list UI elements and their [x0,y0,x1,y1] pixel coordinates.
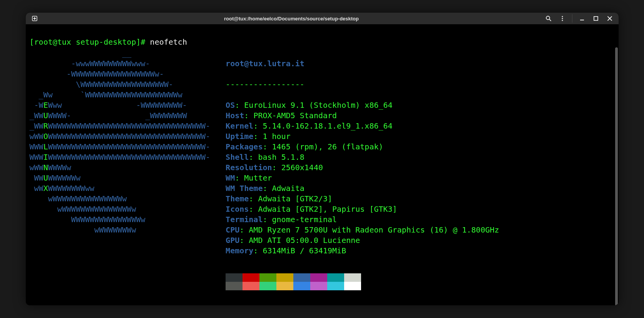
info-label: Memory [226,246,253,255]
info-label: Kernel [226,121,253,131]
svg-rect-8 [580,20,584,20]
svg-point-6 [562,18,563,19]
menu-button[interactable] [557,13,568,24]
color-swatch [344,273,361,282]
color-swatch [243,282,259,290]
ascii-line: __ [30,48,211,59]
info-row: Theme: Adwaita [GTK2/3] [226,194,499,204]
color-swatch [293,282,310,290]
color-swatch [293,273,310,282]
ascii-line: WWWWWWWWWWWWWWWw [30,214,211,225]
color-swatch [259,273,276,282]
color-swatch [259,282,276,290]
ascii-line: _WWRWWWWWWWWWWWWWWWWWWWWWWWWWWWWWWWWWW- [30,121,211,131]
terminal-output[interactable]: [root@tux setup-desktop]# neofetch __ -w… [26,24,614,305]
ascii-line: \WWWWWWWWWWWWWWWWWWW- [30,79,211,90]
search-button[interactable] [543,13,554,24]
info-value: AMD Ryzen 7 5700U with Radeon Graphics (… [249,225,499,234]
info-value: gnome-terminal [272,215,337,224]
ascii-line: -WEWww -WWWWWWWWW- [30,100,211,110]
info-row: WM Theme: Adwaita [226,183,499,194]
ascii-line: -WWWWWWWWWWWWWWWWWWw- [30,69,211,79]
info-row: Uptime: 1 hour [226,131,499,142]
info-row: Packages: 1465 (rpm), 26 (flatpak) [226,142,499,152]
info-value: 5.14.0-162.18.1.el9_1.x86_64 [263,121,392,131]
neofetch-ascii-art: __ -wwwWWWWWWWWWwww- -WWWWWWWWWWWWWWWWWW… [30,48,211,235]
ascii-line: wWWWWWWWWWWWWWWWw [30,194,211,204]
maximize-button[interactable] [590,13,602,24]
color-swatch [276,282,293,290]
info-value: Adwaita [GTK2], Papirus [GTK3] [258,204,397,214]
info-label: GPU [226,236,239,245]
info-value: PROX-AMD5 Standard [253,111,337,120]
svg-rect-2 [33,18,36,19]
info-row: WM: Mutter [226,173,499,183]
titlebar: root@tux:/home/eelco/Documents/source/se… [26,13,619,24]
info-row: Terminal: gnome-terminal [226,214,499,225]
info-row: OS: EuroLinux 9.1 (Stockholm) x86_64 [226,100,499,110]
color-swatch [310,273,327,282]
ascii-line: wWWNWWWWw [30,162,211,173]
color-swatch [243,273,259,282]
info-value: 1465 (rpm), 26 (flatpak) [272,142,383,151]
info-value: Adwaita [272,184,304,193]
color-swatch [344,282,361,290]
info-label: WM Theme [226,184,263,193]
info-row: GPU: AMD ATI 05:00.0 Lucienne [226,235,499,246]
color-swatch [276,273,293,282]
info-value: EuroLinux 9.1 (Stockholm) x86_64 [244,100,392,110]
ascii-line: _Ww `WWWWWWWWWWWWWWWWWWWWw [30,90,211,100]
info-row: Host: PROX-AMD5 Standard [226,110,499,121]
ascii-line: wWWOWWWWWWWWWWWWWWWWWWWWWWWWWWWWWWWWWW- [30,131,211,142]
color-swatch [226,282,243,290]
info-label: Shell [226,152,249,162]
terminal-viewport[interactable]: [root@tux setup-desktop]# neofetch __ -w… [26,24,619,305]
neofetch-output: __ -wwwWWWWWWWWWwww- -WWWWWWWWWWWWWWWWWW… [30,48,610,301]
info-row: Icons: Adwaita [GTK2], Papirus [GTK3] [226,204,499,214]
neofetch-header: root@tux.lutra.it [226,59,499,69]
ascii-line: WWUWWWWWWw [30,173,211,183]
ascii-line: _WWUWWWW- _WWWWWWWW [30,110,211,121]
info-label: WM [226,173,235,182]
ascii-line: wWXWWWWWWWWww [30,183,211,194]
color-swatch [226,273,243,282]
info-value: Adwaita [GTK2/3] [258,194,332,203]
info-row: Kernel: 5.14.0-162.18.1.el9_1.x86_64 [226,121,499,131]
terminal-window: root@tux:/home/eelco/Documents/source/se… [26,13,619,305]
separator [572,14,572,23]
neofetch-divider: ----------------- [226,79,499,90]
scrollbar[interactable] [614,24,619,305]
info-value: 6314MiB / 63419MiB [263,246,346,255]
palette-row-dark [226,273,499,282]
svg-point-5 [562,16,563,17]
info-value: 1 hour [263,132,290,141]
ascii-line: -wwwWWWWWWWWWwww- [30,59,211,69]
new-tab-button[interactable] [29,13,40,24]
info-row: CPU: AMD Ryzen 7 5700U with Radeon Graph… [226,225,499,235]
info-row: Resolution: 2560x1440 [226,162,499,173]
ascii-line: wWWWWWWWw [30,225,211,235]
color-palette [226,273,499,290]
info-label: Icons [226,204,249,214]
info-row: Shell: bash 5.1.8 [226,152,499,162]
close-button[interactable] [604,13,616,24]
minimize-button[interactable] [576,13,588,24]
info-row: Memory: 6314MiB / 63419MiB [226,246,499,256]
scrollbar-thumb[interactable] [615,47,618,305]
ascii-line: WWWIWWWWWWWWWWWWWWWWWWWWWWWWWWWWWWWWWW- [30,152,211,162]
info-label: OS [226,100,235,110]
neofetch-info: root@tux.lutra.it ----------------- OS: … [226,48,499,301]
info-value: 2560x1440 [281,163,323,172]
info-value: Mutter [244,173,272,182]
info-label: Theme [226,194,249,203]
palette-row-bright [226,282,499,290]
svg-rect-9 [594,17,598,20]
info-label: Host [226,111,244,120]
entered-command: neofetch [150,37,187,47]
info-label: CPU [226,225,239,234]
info-label: Uptime [226,132,253,141]
info-label: Resolution [226,163,272,172]
ascii-line: wWWWWWWWWWWWWWWWw [30,204,211,214]
info-value: bash 5.1.8 [258,152,304,162]
ascii-line: WWWLWWWWWWWWWWWWWWWWWWWWWWWWWWWWWWWWWW- [30,142,211,152]
